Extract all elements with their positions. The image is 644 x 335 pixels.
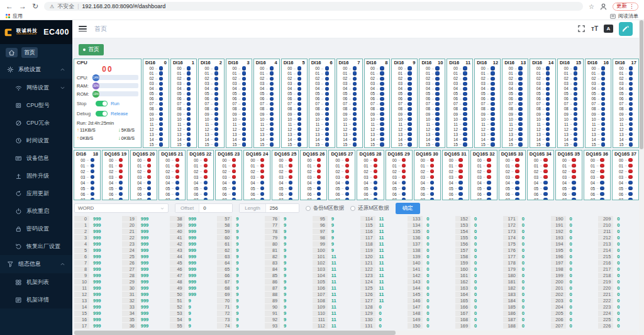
led-indicator: [601, 142, 605, 146]
led-indicator: [214, 82, 218, 86]
sidebar-item-密码设置[interactable]: 密码设置: [0, 220, 72, 237]
sidebar-item-CPU冗余[interactable]: CPU冗余: [0, 114, 72, 132]
metric-label: CPU:: [77, 75, 91, 81]
led-channel-row: 06–: [282, 96, 307, 101]
sidebar-item-时间设置[interactable]: 时间设置: [0, 132, 72, 149]
vertical-scrollbar-thumb[interactable]: [640, 20, 643, 149]
cell-value: 0: [613, 273, 619, 278]
length-input[interactable]: [266, 204, 299, 212]
channel-number: 03: [177, 81, 182, 86]
chrome-update-button[interactable]: 更新 ⋮: [613, 3, 638, 11]
channel-dash: –: [341, 186, 343, 190]
channel-number: 00: [618, 158, 623, 162]
sidebar-item-机架详情[interactable]: 机架详情: [0, 291, 72, 309]
channel-number: 04: [562, 181, 567, 185]
language-translate-icon[interactable]: A: [604, 25, 613, 33]
channel-number: 06: [420, 192, 425, 196]
sidebar-item-网络设置[interactable]: 网络设置: [0, 79, 72, 96]
led-indicator: [491, 102, 494, 106]
led-channel-row: 06–: [586, 96, 611, 101]
address-bar[interactable]: ⚠ 不安全 | 192.168.20.80:8090/#/dashboard: [44, 2, 583, 11]
channel-number: 10: [149, 117, 154, 122]
module-type: DQ16S: [558, 151, 574, 157]
cell-value: 9: [232, 317, 238, 322]
apps-shortcut[interactable]: 应用: [6, 13, 23, 20]
channel-dash: –: [155, 117, 157, 121]
led-indicator: [600, 175, 604, 179]
sidebar-item-设备信息[interactable]: 设备信息: [0, 149, 72, 167]
channel-dash: –: [487, 142, 489, 146]
led-channel-row: 14–: [392, 137, 417, 142]
sidebar-item-机架列表[interactable]: 机架列表: [0, 273, 72, 291]
sidebar-collapse-button[interactable]: [79, 26, 87, 31]
cell-value: 9: [328, 222, 334, 228]
fullscreen-icon[interactable]: [577, 25, 586, 33]
sidebar-item-固件升级[interactable]: 固件升级: [0, 167, 72, 185]
led-indicator: [491, 97, 494, 101]
bookmark-star-icon[interactable]: ☆: [589, 3, 594, 10]
cell-value: 9: [232, 304, 238, 310]
led-indicator: [380, 112, 384, 116]
data-type-select[interactable]: WORD: [74, 203, 169, 213]
table-row: 1690: [455, 323, 495, 329]
cell-index: 16: [74, 317, 89, 323]
sidebar-group-组态信息[interactable]: 组态信息: [0, 255, 72, 273]
browser-reload-button[interactable]: ↻: [32, 3, 38, 10]
led-indicator: [232, 181, 236, 185]
sidebar-item-应用更新[interactable]: 应用更新: [0, 185, 72, 202]
reading-list-button[interactable]: 阅读清单: [610, 13, 638, 20]
debug-release-toggle[interactable]: [96, 111, 108, 117]
led-channel-row: 05–: [171, 91, 196, 96]
led-indicator: [147, 158, 151, 162]
backup-m-radio[interactable]: 备份M区数据: [306, 205, 345, 212]
led-indicator: [430, 158, 434, 162]
led-channel-row: 01–: [586, 71, 611, 76]
module-type: DQ16S: [246, 151, 262, 157]
channel-number: 15: [314, 142, 319, 147]
sidebar-item-CPU型号[interactable]: CPU型号: [0, 96, 72, 114]
led-channel-row: 10–: [254, 116, 279, 122]
led-indicator: [487, 164, 491, 168]
table-row: 30999: [122, 285, 162, 292]
tab-home[interactable]: 首页: [79, 44, 104, 55]
led-indicator: [260, 186, 264, 190]
led-channel-row: 05–: [216, 186, 242, 191]
stop-run-toggle[interactable]: [96, 101, 108, 107]
cpu-network-stats: ↑11KB/S↓5KB/S↑0KB/S↓0KB/S: [77, 126, 138, 142]
browser-back-button[interactable]: ←: [6, 3, 13, 10]
led-channel-row: 07–: [414, 197, 440, 200]
channel-dash: –: [404, 107, 406, 111]
sidebar-item-恢复出厂设置[interactable]: 恢复出厂设置: [0, 237, 72, 255]
table-row: 629: [217, 247, 257, 254]
sidebar-group-系统设置[interactable]: 系统设置: [0, 60, 72, 79]
led-channel-row: 02–: [558, 76, 583, 81]
font-size-icon[interactable]: тT: [591, 25, 598, 32]
channel-number: 02: [508, 76, 513, 81]
browser-forward-button[interactable]: →: [19, 3, 26, 10]
sidebar-item-系统重启[interactable]: 系统重启: [0, 202, 72, 220]
channel-dash: –: [404, 77, 406, 81]
led-indicator: [374, 169, 377, 173]
led-channel-row: 13–: [502, 132, 528, 137]
sidebar-item-home[interactable]: 首页: [0, 44, 72, 60]
led-channel-row: 00–: [357, 157, 383, 163]
channel-number: 04: [420, 181, 425, 185]
led-channel-row: 12–: [254, 127, 279, 132]
theme-paint-button[interactable]: [619, 22, 633, 36]
restore-m-radio[interactable]: 还原M区数据: [350, 205, 389, 212]
horizontal-scrollbar-thumb[interactable]: [74, 331, 396, 335]
chrome-menu-icon[interactable]: ⋮: [629, 3, 635, 9]
channel-number: 05: [287, 91, 292, 96]
channel-dash: –: [514, 137, 516, 141]
led-indicator: [214, 127, 218, 131]
confirm-button[interactable]: 确定: [396, 203, 420, 214]
channel-dash: –: [487, 97, 489, 101]
cell-index: 200: [551, 279, 566, 285]
profile-icon[interactable]: [599, 3, 608, 11]
sidebar: 联诚科技 UNIONSCIENCE EC400 首页系统设置网络设置CPU型号C…: [0, 20, 72, 335]
channel-number: 00: [80, 158, 85, 162]
channel-dash: –: [155, 127, 157, 131]
offset-input[interactable]: [199, 204, 232, 212]
channel-dash: –: [321, 102, 323, 106]
led-indicator: [260, 158, 264, 162]
